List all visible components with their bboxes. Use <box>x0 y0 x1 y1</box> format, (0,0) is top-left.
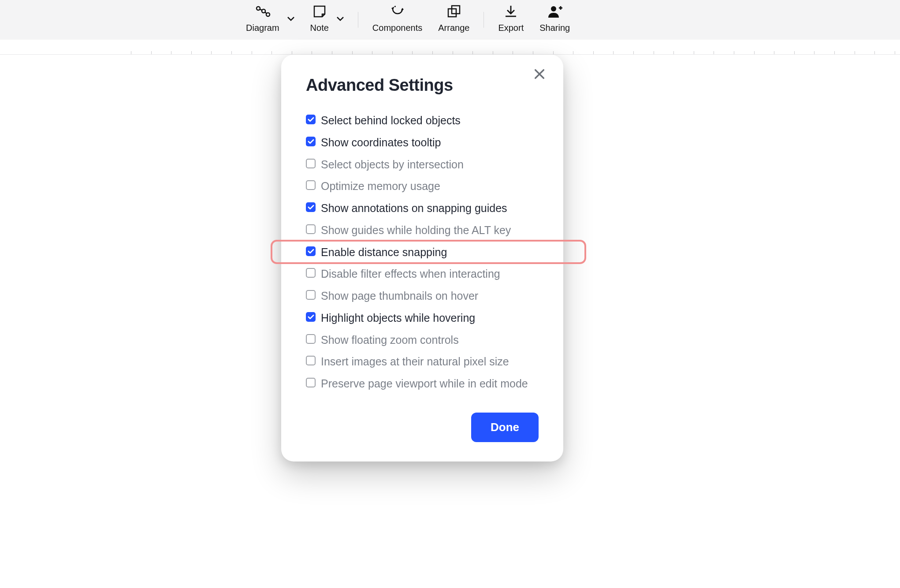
ruler-tick-minor <box>855 51 855 54</box>
ruler-tick-minor <box>252 51 252 54</box>
option-label: Show page thumbnails on hover <box>321 289 478 304</box>
option-preserve-viewport[interactable]: Preserve page viewport while in edit mod… <box>306 373 539 395</box>
ruler-tick-minor <box>171 51 171 54</box>
option-label: Show guides while holding the ALT key <box>321 223 511 238</box>
checkbox-alt-guides[interactable] <box>306 224 316 234</box>
toolbar-diagram-label: Diagram <box>246 23 279 33</box>
ruler-tick-minor <box>874 51 875 54</box>
ruler-tick-minor <box>493 51 493 54</box>
checkbox-highlight-hover[interactable] <box>306 312 316 322</box>
toolbar-diagram-caret[interactable] <box>287 17 302 29</box>
checkbox-natural-pixel-images[interactable] <box>306 356 316 365</box>
option-floating-zoom[interactable]: Show floating zoom controls <box>306 329 539 351</box>
ruler-tick-minor <box>432 51 433 54</box>
ruler-tick-minor <box>453 51 453 54</box>
option-label: Preserve page viewport while in edit mod… <box>321 376 528 391</box>
done-button[interactable]: Done <box>471 413 539 442</box>
option-optimize-memory[interactable]: Optimize memory usage <box>306 175 539 197</box>
option-highlight-hover[interactable]: Highlight objects while hovering <box>306 307 539 329</box>
svg-point-5 <box>551 6 556 11</box>
diagram-icon <box>255 3 271 20</box>
ruler-tick-minor <box>573 51 573 54</box>
option-show-snap-annotations[interactable]: Show annotations on snapping guides <box>306 197 539 220</box>
ruler-tick-minor <box>372 51 372 54</box>
option-select-by-intersection[interactable]: Select objects by intersection <box>306 154 539 176</box>
note-icon <box>312 3 327 20</box>
option-show-coords-tooltip[interactable]: Show coordinates tooltip <box>306 132 539 154</box>
checkbox-preserve-viewport[interactable] <box>306 378 316 387</box>
toolbar-note[interactable]: Note <box>302 3 337 37</box>
ruler-tick-minor <box>412 51 413 54</box>
option-alt-guides[interactable]: Show guides while holding the ALT key <box>306 220 539 242</box>
dialog-footer: Done <box>306 413 539 442</box>
option-page-thumbnails-hover[interactable]: Show page thumbnails on hover <box>306 285 539 307</box>
option-disable-filter-effects[interactable]: Disable filter effects when interacting <box>306 263 539 285</box>
toolbar-diagram[interactable]: Diagram <box>238 3 287 37</box>
checkbox-show-snap-annotations[interactable] <box>306 202 316 212</box>
ruler-tick-minor <box>271 51 272 54</box>
ruler-tick-minor <box>131 51 131 54</box>
ruler-tick-minor <box>513 51 513 54</box>
ruler-tick-minor <box>533 51 533 54</box>
toolbar-export[interactable]: Export <box>490 3 532 37</box>
checkbox-floating-zoom[interactable] <box>306 334 316 344</box>
checkbox-disable-filter-effects[interactable] <box>306 268 316 278</box>
checkbox-select-behind-locked[interactable] <box>306 115 316 124</box>
ruler-tick-minor <box>553 51 554 54</box>
option-label: Show coordinates tooltip <box>321 135 441 150</box>
toolbar: Diagram Note Components <box>0 0 900 40</box>
ruler-tick-minor <box>834 51 835 54</box>
option-label: Insert images at their natural pixel siz… <box>321 354 509 369</box>
toolbar-components-label: Components <box>372 23 422 33</box>
ruler-tick-minor <box>151 51 152 54</box>
ruler-tick-minor <box>714 51 714 54</box>
checkbox-page-thumbnails-hover[interactable] <box>306 290 316 300</box>
sharing-icon <box>547 3 562 20</box>
toolbar-note-caret[interactable] <box>337 17 352 29</box>
option-label: Optimize memory usage <box>321 179 440 194</box>
options-list: Select behind locked objectsShow coordin… <box>306 110 539 395</box>
ruler-tick-minor <box>673 51 674 54</box>
close-button[interactable] <box>533 68 547 82</box>
ruler-tick-minor <box>332 51 332 54</box>
ruler-tick-minor <box>593 51 594 54</box>
advanced-settings-dialog: Advanced Settings Select behind locked o… <box>281 55 563 461</box>
option-label: Show annotations on snapping guides <box>321 201 507 216</box>
checkbox-show-coords-tooltip[interactable] <box>306 137 316 146</box>
ruler-tick-minor <box>191 51 192 54</box>
ruler-tick-minor <box>794 51 795 54</box>
option-natural-pixel-images[interactable]: Insert images at their natural pixel siz… <box>306 351 539 373</box>
toolbar-separator <box>358 12 358 28</box>
ruler-tick-minor <box>211 51 212 54</box>
checkbox-optimize-memory[interactable] <box>306 180 316 190</box>
ruler-tick-minor <box>694 51 694 54</box>
components-icon <box>390 3 405 20</box>
ruler-tick-minor <box>472 51 473 54</box>
checkbox-select-by-intersection[interactable] <box>306 159 316 168</box>
toolbar-sharing[interactable]: Sharing <box>532 3 578 37</box>
option-select-behind-locked[interactable]: Select behind locked objects <box>306 110 539 132</box>
checkbox-distance-snapping[interactable] <box>306 246 316 256</box>
option-label: Disable filter effects when interacting <box>321 267 500 282</box>
export-icon <box>504 3 517 20</box>
option-label: Highlight objects while hovering <box>321 311 475 326</box>
ruler-tick-minor <box>633 51 634 54</box>
ruler-tick-minor <box>312 51 312 54</box>
toolbar-export-label: Export <box>498 23 524 33</box>
option-distance-snapping[interactable]: Enable distance snapping <box>306 242 539 264</box>
ruler-tick-minor <box>774 51 774 54</box>
dialog-title: Advanced Settings <box>306 76 539 95</box>
toolbar-arrange-label: Arrange <box>438 23 469 33</box>
toolbar-components[interactable]: Components <box>364 3 430 37</box>
canvas-area[interactable]: Advanced Settings Select behind locked o… <box>0 55 900 588</box>
arrange-icon <box>446 3 461 20</box>
ruler-tick-minor <box>352 51 353 54</box>
toolbar-note-label: Note <box>310 23 329 33</box>
option-label: Select behind locked objects <box>321 113 461 128</box>
toolbar-arrange[interactable]: Arrange <box>430 3 477 37</box>
ruler-tick-minor <box>231 51 232 54</box>
toolbar-separator <box>483 12 484 28</box>
ruler-tick-minor <box>613 51 614 54</box>
option-label: Enable distance snapping <box>321 245 447 260</box>
ruler-tick-minor <box>734 51 734 54</box>
